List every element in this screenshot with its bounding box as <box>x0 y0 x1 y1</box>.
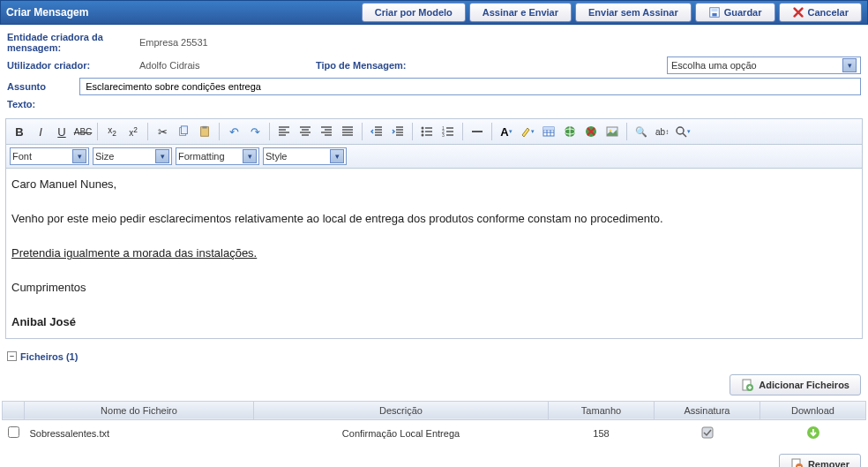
file-desc-cell: Confirmação Local Entrega <box>254 419 549 447</box>
highlight-icon <box>520 126 531 137</box>
outdent-button[interactable] <box>367 122 386 141</box>
editor-toolbar-1: B I U ABC x2 x2 ✂ ↶ ↷ 123 A▾ ▾ 🔍 ab↕ ▾ <box>5 118 863 145</box>
size-select[interactable]: Size▾ <box>93 147 172 165</box>
signature-icon[interactable] <box>700 426 715 440</box>
form-area: Entidade criadora da mensagem: Empresa 2… <box>0 25 868 117</box>
cancelar-button[interactable]: Cancelar <box>779 3 862 22</box>
editor-toolbar-2: Font▾ Size▾ Formatting▾ Style▾ <box>5 145 863 169</box>
cut-button[interactable]: ✂ <box>153 122 172 141</box>
bold-button[interactable]: B <box>10 122 29 141</box>
undo-button[interactable]: ↶ <box>224 122 243 141</box>
horizontal-rule-button[interactable] <box>468 122 487 141</box>
align-left-button[interactable] <box>274 122 294 141</box>
chevron-down-icon: ▾ <box>330 149 344 163</box>
formatting-select[interactable]: Formatting▾ <box>176 147 259 165</box>
assinar-enviar-button[interactable]: Assinar e Enviar <box>469 3 572 22</box>
insert-image-button[interactable] <box>602 122 622 141</box>
redo-button[interactable]: ↷ <box>245 122 265 141</box>
hr-icon <box>471 125 483 138</box>
align-right-icon <box>320 125 333 138</box>
criar-por-modelo-button[interactable]: Criar por Modelo <box>362 3 466 22</box>
binoculars-icon: 🔍 <box>635 126 647 138</box>
svg-text:3: 3 <box>442 132 445 138</box>
title-bar: Criar Mensagem Criar por Modelo Assinar … <box>0 0 868 25</box>
editor-line: Cumprimentos <box>11 279 857 297</box>
guardar-button[interactable]: Guardar <box>695 3 775 22</box>
remove-file-icon <box>790 458 803 468</box>
zoom-button[interactable]: ▾ <box>673 122 692 141</box>
editor-line: Venho por este meio pedir esclarecimento… <box>11 210 857 228</box>
col-tamanho: Tamanho <box>549 401 655 419</box>
table-row: Sobressalentes.txt Confirmação Local Ent… <box>3 419 866 447</box>
svg-rect-14 <box>543 127 554 130</box>
file-download-cell <box>760 419 866 447</box>
subscript-button[interactable]: x2 <box>102 122 122 141</box>
remover-button[interactable]: Remover <box>779 454 861 468</box>
bullet-list-button[interactable] <box>417 122 437 141</box>
assunto-input[interactable] <box>79 78 861 95</box>
outdent-icon <box>370 125 383 138</box>
save-icon <box>708 6 721 19</box>
indent-button[interactable] <box>388 122 408 141</box>
file-signature-cell <box>655 419 760 447</box>
svg-rect-23 <box>702 427 713 438</box>
chevron-down-icon: ▾ <box>155 149 169 163</box>
svg-rect-6 <box>202 126 206 129</box>
font-select[interactable]: Font▾ <box>10 147 89 165</box>
col-nome: Nome do Ficheiro <box>25 401 254 419</box>
paste-button[interactable] <box>195 122 214 141</box>
table-icon <box>542 125 555 138</box>
editor-line: Anibal José <box>11 313 857 331</box>
superscript-button[interactable]: x2 <box>123 122 143 141</box>
highlight-button[interactable]: ▾ <box>518 122 537 141</box>
tipo-mensagem-label: Tipo de Mensagem: <box>316 60 439 71</box>
files-section-header: – Ficheiros (1) <box>7 351 861 362</box>
col-descricao: Descrição <box>254 401 549 419</box>
enviar-sem-assinar-button[interactable]: Enviar sem Assinar <box>575 3 692 22</box>
file-size-cell: 158 <box>549 419 655 447</box>
editor-line: Pretendia igualmente a morada das instal… <box>11 245 857 262</box>
download-icon[interactable] <box>806 426 820 440</box>
svg-rect-4 <box>181 126 187 134</box>
align-center-button[interactable] <box>296 122 315 141</box>
svg-point-9 <box>422 134 424 137</box>
font-color-button[interactable]: A▾ <box>497 122 516 141</box>
bullet-list-icon <box>421 125 433 138</box>
editor-body[interactable]: Caro Manuel Nunes, Venho por este meio p… <box>5 169 863 339</box>
insert-link-button[interactable] <box>560 122 580 141</box>
file-name-cell: Sobressalentes.txt <box>25 419 254 447</box>
replace-button[interactable]: ab↕ <box>653 122 671 141</box>
svg-point-20 <box>677 127 684 134</box>
insert-table-button[interactable] <box>539 122 558 141</box>
svg-point-8 <box>422 131 424 133</box>
adicionar-ficheiros-button[interactable]: Adicionar Ficheiros <box>730 374 861 395</box>
svg-rect-2 <box>712 13 716 17</box>
entidade-value: Empresa 25531 <box>139 37 369 48</box>
col-download: Download <box>760 401 866 419</box>
italic-button[interactable]: I <box>31 122 50 141</box>
remove-link-button[interactable] <box>581 122 601 141</box>
copy-button[interactable] <box>174 122 193 141</box>
collapse-toggle[interactable]: – <box>7 351 17 361</box>
find-button[interactable]: 🔍 <box>632 122 651 141</box>
numbered-list-icon: 123 <box>442 125 454 138</box>
col-assinatura: Assinatura <box>655 401 760 419</box>
unlink-icon <box>585 125 597 138</box>
align-justify-button[interactable] <box>338 122 357 141</box>
window-title: Criar Mensagem <box>6 6 362 19</box>
files-section-title: Ficheiros (1) <box>20 351 78 362</box>
align-left-icon <box>278 125 290 138</box>
strikethrough-button[interactable]: ABC <box>73 122 93 141</box>
utilizador-label: Utilizador criador: <box>7 60 139 71</box>
chevron-down-icon: ▾ <box>842 58 857 72</box>
paste-icon <box>198 125 211 138</box>
row-checkbox[interactable] <box>8 426 19 438</box>
underline-button[interactable]: U <box>52 122 71 141</box>
align-right-button[interactable] <box>317 122 336 141</box>
style-select[interactable]: Style▾ <box>263 147 347 165</box>
magnifier-icon <box>675 125 687 138</box>
tipo-mensagem-select[interactable]: Escolha uma opção ▾ <box>667 56 861 74</box>
numbered-list-button[interactable]: 123 <box>438 122 458 141</box>
svg-point-7 <box>422 127 424 130</box>
scissors-icon: ✂ <box>158 125 168 139</box>
